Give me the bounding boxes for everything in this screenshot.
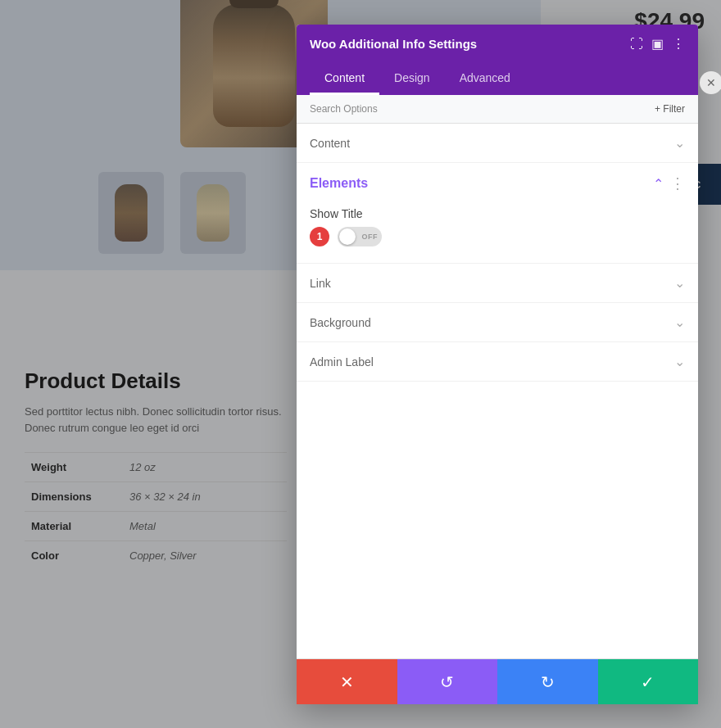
- link-section-row[interactable]: Link ⌄: [297, 264, 698, 303]
- toggle-knob: [339, 228, 356, 245]
- link-section-label: Link: [310, 277, 331, 290]
- more-options-icon[interactable]: ⋮: [672, 36, 685, 52]
- elements-header: Elements ⌃ ⋮: [297, 163, 698, 204]
- settings-panel: Woo Additional Info Settings ⛶ ▣ ⋮ Conte…: [297, 25, 698, 704]
- content-section-row[interactable]: Content ⌄: [297, 124, 698, 163]
- elements-section: Elements ⌃ ⋮ Show Title 1 OFF: [297, 163, 698, 264]
- elements-title: Elements: [310, 176, 368, 191]
- panel-footer: ✕ ↺ ↻ ✓: [297, 658, 698, 704]
- admin-label-section-row[interactable]: Admin Label ⌄: [297, 342, 698, 382]
- cancel-button[interactable]: ✕: [297, 659, 397, 704]
- search-bar: Search Options + Filter: [297, 95, 698, 124]
- link-chevron-icon: ⌄: [674, 275, 685, 291]
- panel-title: Woo Additional Info Settings: [310, 37, 477, 51]
- background-section-row[interactable]: Background ⌄: [297, 303, 698, 342]
- toggle-state-label: OFF: [362, 233, 379, 241]
- elements-chevron-up-icon[interactable]: ⌃: [653, 176, 664, 192]
- show-title-area: Show Title 1 OFF: [297, 204, 698, 263]
- show-title-label: Show Title: [310, 207, 685, 220]
- toggle-row: 1 OFF: [310, 227, 685, 246]
- panel-body: Content ⌄ Elements ⌃ ⋮ Show Title 1 OFF: [297, 124, 698, 658]
- tab-content[interactable]: Content: [310, 63, 379, 95]
- content-section-label: Content: [310, 137, 350, 150]
- tab-design[interactable]: Design: [379, 63, 445, 95]
- elements-header-right: ⌃ ⋮: [653, 174, 685, 192]
- background-section-label: Background: [310, 316, 371, 329]
- panel-header: Woo Additional Info Settings ⛶ ▣ ⋮: [297, 25, 698, 63]
- filter-button[interactable]: + Filter: [655, 103, 685, 115]
- fullscreen-icon[interactable]: ⛶: [630, 37, 643, 52]
- undo-button[interactable]: ↺: [397, 659, 498, 704]
- background-chevron-icon: ⌄: [674, 314, 685, 330]
- content-chevron-icon: ⌄: [674, 135, 685, 151]
- badge-number: 1: [310, 227, 329, 246]
- layout-icon[interactable]: ▣: [651, 36, 664, 52]
- save-button[interactable]: ✓: [598, 659, 699, 704]
- show-title-toggle[interactable]: OFF: [338, 227, 382, 246]
- close-icon: ✕: [706, 76, 716, 89]
- admin-label-section-label: Admin Label: [310, 355, 374, 369]
- redo-button[interactable]: ↻: [497, 659, 598, 704]
- panel-header-icons: ⛶ ▣ ⋮: [630, 36, 685, 52]
- tab-advanced[interactable]: Advanced: [445, 63, 525, 95]
- search-options-label: Search Options: [310, 103, 378, 115]
- tab-bar: Content Design Advanced: [297, 63, 698, 95]
- admin-label-chevron-icon: ⌄: [674, 354, 685, 369]
- elements-more-icon[interactable]: ⋮: [670, 174, 685, 192]
- close-panel-button[interactable]: ✕: [700, 71, 721, 94]
